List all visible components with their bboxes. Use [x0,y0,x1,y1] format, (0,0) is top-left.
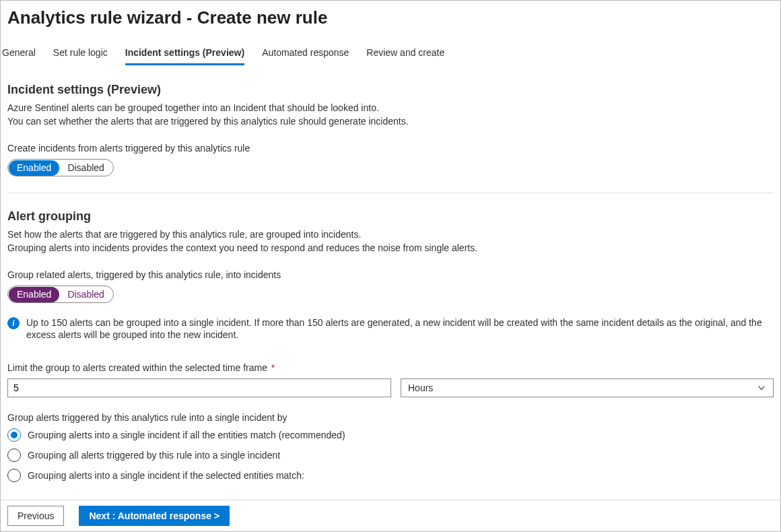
tab-incident-settings[interactable]: Incident settings (Preview) [125,42,244,65]
group-by-option-all-entities[interactable]: Grouping alerts into a single incident i… [7,428,774,442]
incident-settings-heading: Incident settings (Preview) [7,83,774,97]
timeframe-label: Limit the group to alerts created within… [7,362,774,373]
section-divider [7,193,774,193]
text: Grouping alerts into incidents provides … [7,242,477,253]
create-incidents-label: Create incidents from alerts triggered b… [7,143,774,154]
tab-label: Set rule logic [53,47,108,58]
alert-grouping-description: Set how the alerts that are triggered by… [7,228,774,255]
text: You can set whether the alerts that are … [7,116,409,127]
create-incidents-toggle[interactable]: Enabled Disabled [7,159,114,176]
radio-icon [7,469,21,482]
wizard-footer: Previous Next : Automated response > [1,500,780,531]
chevron-down-icon [757,383,766,393]
alert-grouping-heading: Alert grouping [7,209,774,224]
tab-label: Automated response [262,47,349,58]
toggle-disabled[interactable]: Disabled [59,287,112,302]
group-by-radio-list: Grouping alerts into a single incident i… [7,428,774,482]
tab-review-and-create[interactable]: Review and create [366,42,444,65]
timeframe-unit-select[interactable]: Hours [401,378,774,397]
timeframe-value-input[interactable] [7,378,391,397]
tab-set-rule-logic[interactable]: Set rule logic [53,42,108,65]
required-star: * [269,362,275,373]
group-related-toggle[interactable]: Enabled Disabled [7,286,114,303]
group-by-option-selected-entities[interactable]: Grouping alerts into a single incident i… [7,469,774,482]
tab-label: Incident settings (Preview) [125,47,244,58]
text: Limit the group to alerts created within… [7,362,267,373]
toggle-enabled[interactable]: Enabled [9,287,59,302]
timeframe-row: Hours [7,378,774,397]
incident-settings-description: Azure Sentinel alerts can be grouped tog… [7,101,774,128]
tab-label: Review and create [366,47,444,58]
tab-label: General [2,47,36,58]
previous-button[interactable]: Previous [7,506,64,526]
toggle-enabled[interactable]: Enabled [9,160,59,176]
info-text: Up to 150 alerts can be grouped into a s… [26,317,763,341]
next-button[interactable]: Next : Automated response > [79,506,230,526]
text: Set how the alerts that are triggered by… [7,229,361,240]
toggle-disabled[interactable]: Disabled [59,160,112,176]
info-icon: i [7,317,20,329]
page-title: Analytics rule wizard - Create new rule [1,1,780,32]
radio-label: Grouping all alerts triggered by this ru… [28,450,280,461]
radio-icon [7,448,21,462]
text: Azure Sentinel alerts can be grouped tog… [7,102,379,113]
radio-label: Grouping alerts into a single incident i… [28,430,345,440]
grouping-limit-info: i Up to 150 alerts can be grouped into a… [7,317,774,341]
wizard-frame: Analytics rule wizard - Create new rule … [0,0,781,532]
radio-icon [7,428,21,442]
tab-automated-response[interactable]: Automated response [262,42,349,65]
wizard-tabs: General Set rule logic Incident settings… [1,32,780,65]
group-by-option-all-alerts[interactable]: Grouping all alerts triggered by this ru… [7,448,774,462]
tab-general[interactable]: General [2,42,36,65]
select-value: Hours [408,383,433,393]
group-by-label: Group alerts triggered by this analytics… [7,412,774,423]
group-related-label: Group related alerts, triggered by this … [7,269,774,280]
wizard-content: Incident settings (Preview) Azure Sentin… [1,65,780,496]
radio-label: Grouping alerts into a single incident i… [28,470,304,481]
